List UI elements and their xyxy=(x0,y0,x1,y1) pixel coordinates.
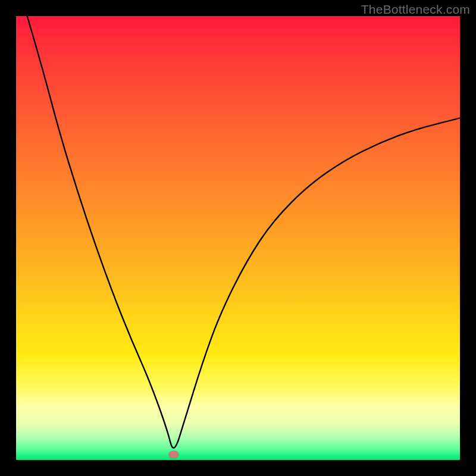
curve-path xyxy=(27,16,460,448)
valley-marker xyxy=(169,451,178,458)
chart-frame: TheBottleneck.com xyxy=(0,0,476,476)
watermark-text: TheBottleneck.com xyxy=(361,2,470,17)
plot-area xyxy=(16,16,460,460)
curve-layer xyxy=(16,16,460,460)
